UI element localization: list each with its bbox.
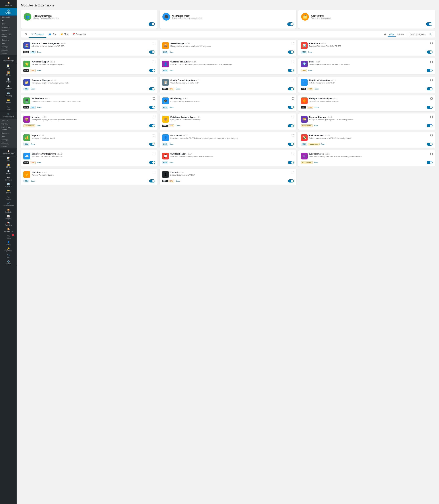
module-checkbox-workflow[interactable] bbox=[153, 171, 155, 173]
sidebar-item-capabilities[interactable]: 🔑 Capabilities bbox=[0, 246, 17, 253]
filter-tab-crm[interactable]: 🤝 CRM bbox=[58, 31, 71, 38]
module-checkbox-asset-manager[interactable] bbox=[292, 42, 294, 44]
erp-sub-tools[interactable]: Tools bbox=[0, 42, 17, 45]
module-toggle-zendesk[interactable] bbox=[288, 180, 294, 182]
status-tab-inactive[interactable]: Inactive bbox=[396, 32, 405, 36]
sub-tools-2[interactable]: Tools bbox=[0, 135, 17, 138]
sidebar-item-posts-2[interactable]: 📝 Posts bbox=[0, 156, 17, 163]
sidebar-item-email-log[interactable]: 📧 Email Log bbox=[0, 91, 17, 98]
module-checkbox-deals[interactable] bbox=[430, 61, 433, 63]
search-input[interactable] bbox=[410, 33, 428, 36]
erp-sub-crm[interactable]: CRM bbox=[0, 22, 17, 26]
module-toggle-asset-manager[interactable] bbox=[288, 50, 294, 54]
module-toggle-deals[interactable] bbox=[427, 69, 433, 72]
sidebar-item-media[interactable]: 🖼️ Media bbox=[0, 70, 17, 77]
module-checkbox-woocommerce[interactable] bbox=[430, 153, 433, 155]
module-checkbox-helpscout[interactable] bbox=[430, 79, 433, 81]
module-toggle-attendance[interactable] bbox=[427, 50, 433, 54]
sidebar-item-project-manager-2[interactable]: 📋 Project Manager bbox=[0, 148, 17, 156]
sub-custom-field-2[interactable]: Custom Field Builder bbox=[0, 126, 17, 132]
status-tab-all[interactable]: All bbox=[383, 32, 388, 36]
sidebar-item-email-log-2[interactable]: 📧 Email Log bbox=[0, 182, 17, 188]
module-toggle-recruitment[interactable] bbox=[288, 143, 294, 146]
module-checkbox-payroll[interactable] bbox=[153, 134, 155, 136]
module-toggle-awesome-support[interactable] bbox=[149, 69, 155, 72]
crm-toggle[interactable] bbox=[287, 22, 293, 26]
search-box[interactable]: 🔍 bbox=[409, 32, 433, 36]
erp-sub-license[interactable]: License bbox=[0, 52, 17, 55]
hr-toggle[interactable] bbox=[149, 22, 155, 26]
module-toggle-payment-gateway[interactable] bbox=[427, 124, 433, 127]
module-checkbox-hr-frontend[interactable] bbox=[153, 97, 155, 100]
sidebar-item-plugins[interactable]: 🔌 Plugins 1 bbox=[0, 233, 17, 240]
module-toggle-mailchimp[interactable] bbox=[288, 124, 294, 127]
module-checkbox-reimbursement[interactable] bbox=[430, 134, 433, 136]
module-toggle-helpscout[interactable] bbox=[427, 87, 433, 90]
filter-tab-hrm[interactable]: 👥 HRM bbox=[46, 31, 59, 38]
sidebar-item-comments[interactable]: 💬 Comments bbox=[0, 84, 17, 91]
sidebar-item-settings[interactable]: ⚙️ Settings bbox=[0, 259, 17, 266]
sidebar-item-analytics[interactable]: 📈 Analytics bbox=[0, 214, 17, 221]
module-checkbox-payment-gateway[interactable] bbox=[430, 116, 433, 118]
sidebar-item-users[interactable]: 👤 Users bbox=[0, 240, 17, 246]
sidebar-item-pages-2[interactable]: 📄 Pages bbox=[0, 169, 17, 175]
module-toggle-gravity-forms[interactable] bbox=[288, 87, 294, 90]
erp-sub-settings[interactable]: Settings bbox=[0, 45, 17, 48]
sidebar-item-appearance[interactable]: 🎨 Appearance bbox=[0, 227, 17, 233]
module-checkbox-recruitment[interactable] bbox=[292, 134, 294, 136]
filter-tab-accounting[interactable]: 📅 Accounting bbox=[71, 31, 88, 38]
module-toggle-document-manager[interactable] bbox=[149, 87, 155, 90]
module-checkbox-custom-field-builder[interactable] bbox=[292, 61, 294, 63]
module-toggle-inventory[interactable] bbox=[149, 124, 155, 127]
module-toggle-hr-frontend[interactable] bbox=[149, 106, 155, 109]
module-checkbox-inventory[interactable] bbox=[153, 116, 155, 118]
sub-workflow[interactable]: Workflow bbox=[0, 122, 17, 126]
module-toggle-workflow[interactable] bbox=[149, 180, 155, 182]
module-toggle-custom-field-builder[interactable] bbox=[288, 69, 294, 72]
module-toggle-hubspot[interactable] bbox=[427, 106, 433, 109]
sidebar-item-woocommerce[interactable]: 🛒 WooCommerce bbox=[0, 112, 17, 119]
sidebar-item-woocommerce-2[interactable]: 🛒 WooCommerce bbox=[0, 201, 17, 208]
sidebar-item-posts[interactable]: 📝 Posts bbox=[0, 63, 17, 70]
module-toggle-woocommerce[interactable] bbox=[427, 161, 433, 164]
sidebar-item-tickets[interactable]: 🎫 Tickets bbox=[0, 98, 17, 105]
module-toggle-hr-training[interactable] bbox=[288, 106, 294, 109]
module-checkbox-hr-training[interactable] bbox=[292, 97, 294, 100]
module-toggle-payroll[interactable] bbox=[149, 143, 155, 146]
sub-settings-2[interactable]: Settings bbox=[0, 138, 17, 142]
module-checkbox-awesome-support[interactable] bbox=[153, 61, 155, 63]
module-toggle-reimbursement[interactable] bbox=[427, 143, 433, 146]
sidebar-item-pages[interactable]: 📄 Pages bbox=[0, 77, 17, 84]
sidebar-item-media-2[interactable]: 🖼️ Media bbox=[0, 163, 17, 169]
erp-sub-custom-field[interactable]: Custom Field Builder bbox=[0, 32, 17, 38]
module-toggle-sms-notification[interactable] bbox=[288, 161, 294, 164]
erp-sub-accounting[interactable]: Accounting bbox=[0, 26, 17, 29]
sidebar-item-dashboard[interactable]: 🏠 Dashboard bbox=[0, 0, 17, 8]
sub-company-2[interactable]: Company bbox=[0, 131, 17, 135]
sub-modules-2[interactable]: Modules bbox=[0, 142, 17, 145]
module-toggle-salesforce[interactable] bbox=[149, 161, 155, 164]
module-checkbox-sms-notification[interactable] bbox=[292, 153, 294, 155]
filter-tab-purchased[interactable]: 🛒 Purchased bbox=[29, 31, 46, 38]
sidebar-item-marketing[interactable]: 📢 Marketing bbox=[0, 221, 17, 227]
sidebar-item-products-2[interactable]: 📦 Products bbox=[0, 208, 17, 214]
sidebar-item-contact[interactable]: 📞 Contact bbox=[0, 105, 17, 112]
status-tab-active[interactable]: Active bbox=[388, 32, 396, 36]
module-checkbox-advanced-leave-management[interactable] bbox=[153, 42, 155, 44]
module-checkbox-document-manager[interactable] bbox=[153, 79, 155, 81]
sidebar-item-tickets-2[interactable]: 🎫 Tickets bbox=[0, 188, 17, 195]
sidebar-item-comments-2[interactable]: 💬 Comments bbox=[0, 175, 17, 182]
module-toggle-advanced-leave-management[interactable] bbox=[149, 50, 155, 54]
sidebar-item-contact-2[interactable]: 📞 Contact bbox=[0, 195, 17, 201]
sub-products[interactable]: Products bbox=[0, 119, 17, 122]
erp-sub-dashboard[interactable]: Dashboard bbox=[0, 15, 17, 19]
module-checkbox-zendesk[interactable] bbox=[292, 171, 294, 173]
module-checkbox-salesforce[interactable] bbox=[153, 153, 155, 155]
erp-sub-hr[interactable]: HR bbox=[0, 19, 17, 22]
sidebar-item-wp-erp[interactable]: ⚙️ WP ERP bbox=[0, 8, 17, 15]
module-checkbox-hubspot[interactable] bbox=[430, 97, 433, 100]
sidebar-item-tools[interactable]: 🔧 Tools bbox=[0, 253, 17, 259]
erp-sub-modules[interactable]: Modules bbox=[0, 48, 17, 52]
sub-license-2[interactable]: License bbox=[0, 145, 17, 148]
module-checkbox-mailchimp[interactable] bbox=[292, 116, 294, 118]
